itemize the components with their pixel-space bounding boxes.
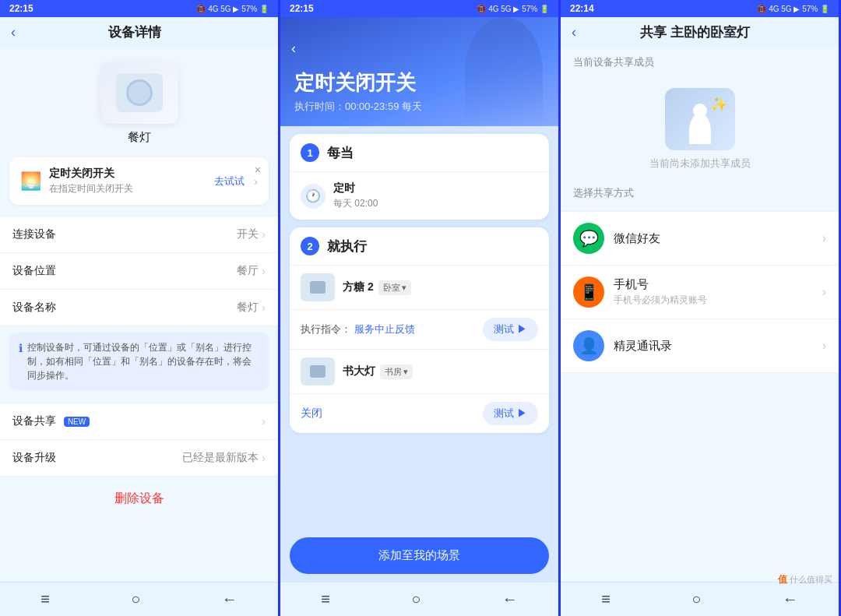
device2-cmd-value: 关闭 <box>301 407 322 421</box>
device-location-row[interactable]: 设备位置 餐厅 › <box>0 253 278 290</box>
home-button-1[interactable]: ○ <box>131 590 140 608</box>
device-settings-list: 连接设备 开关 › 设备位置 餐厅 › 设备名称 餐灯 › <box>0 216 278 326</box>
trigger-item[interactable]: 🕐 定时 每天 02:00 <box>290 171 549 220</box>
chevron-down-icon: ▾ <box>403 367 408 377</box>
bottom-bar-3: ≡ ○ ← <box>561 582 839 616</box>
step2-number: 2 <box>301 237 319 255</box>
contact-icon: 👤 <box>573 330 604 361</box>
status-bar-1: 22:15 📵 4G 5G ▶ 57% 🔋 <box>0 0 278 17</box>
contact-method-name: 精灵通讯录 <box>614 339 813 354</box>
menu-button-1[interactable]: ≡ <box>40 590 50 608</box>
delete-device-button[interactable]: 删除设备 <box>0 477 278 521</box>
nav-title-1: 设备详情 <box>23 23 245 41</box>
nav-bar-3: ‹ 共享 主卧的卧室灯 <box>561 17 839 48</box>
device-upgrade-label: 设备升级 <box>12 451 56 465</box>
step2-label: 就执行 <box>327 238 367 255</box>
device1-item[interactable]: 方糖 2 卧室 ▾ <box>290 265 549 309</box>
chevron-right-icon: › <box>822 231 826 245</box>
panel-share: 22:14 📵 4G 5G ▶ 57% 🔋 ‹ 共享 主卧的卧室灯 当前设备共享… <box>561 0 841 616</box>
menu-button-3[interactable]: ≡ <box>601 590 611 608</box>
device2-item[interactable]: 书大灯 书房 ▾ <box>290 349 549 393</box>
share-upgrade-section: 设备共享 NEW › 设备升级 已经是最新版本 › <box>0 403 278 477</box>
back-button-1[interactable]: ‹ <box>11 24 16 40</box>
connect-device-value: 开关 › <box>237 227 266 241</box>
illustration-box: ✨ <box>665 88 735 150</box>
trigger-sub: 每天 02:00 <box>333 197 538 210</box>
back-nav-button-3[interactable]: ← <box>783 590 798 608</box>
status-icons-1: 📵 4G 5G ▶ 57% 🔋 <box>196 5 269 13</box>
status-icons-3: 📵 4G 5G ▶ 57% 🔋 <box>757 5 829 13</box>
device-name-row-value: 餐灯 › <box>237 301 266 315</box>
device-name-row-label: 设备名称 <box>12 301 56 315</box>
device-share-label: 设备共享 NEW <box>12 414 90 428</box>
try-button[interactable]: 去试试 <box>214 174 245 188</box>
panel-automation: 22:15 📵 4G 5G ▶ 57% 🔋 ‹ 定时关闭开关 执行时间：00:0… <box>280 0 561 616</box>
hero-subtitle: 执行时间：00:00-23:59 每天 <box>294 100 422 114</box>
device2-test-button[interactable]: 测试 ▶ <box>483 402 538 425</box>
info-text: 控制设备时，可通过设备的「位置」或「别名」进行控制，如有相同「位置」和「别名」的… <box>27 340 259 382</box>
chevron-right-icon: › <box>262 415 266 428</box>
device2-room-tag[interactable]: 书房 ▾ <box>380 364 413 379</box>
device1-cmd-label: 执行指令： 服务中止反馈 <box>301 322 415 336</box>
add-scene-button[interactable]: 添加至我的场景 <box>290 537 549 574</box>
illustration-character <box>689 113 711 144</box>
members-section-label: 当前设备共享成员 <box>561 48 839 74</box>
chevron-right-icon: › <box>262 228 266 241</box>
back-button-3[interactable]: ‹ <box>572 24 576 40</box>
device-upgrade-value: 已经是最新版本 › <box>182 451 266 465</box>
device2-name: 书大灯 <box>343 364 375 378</box>
watermark-logo: 值 <box>778 573 787 586</box>
chevron-right-icon: › <box>262 452 266 464</box>
contact-share-method[interactable]: 👤 精灵通讯录 › <box>561 319 839 373</box>
device1-cmd-row: 执行指令： 服务中止反馈 测试 ▶ <box>290 309 549 349</box>
menu-button-2[interactable]: ≡ <box>321 590 330 608</box>
automation-subtitle: 在指定时间关闭开关 <box>49 182 206 195</box>
back-nav-button-1[interactable]: ← <box>222 590 238 608</box>
watermark: 值 什么值得买 <box>778 573 832 586</box>
automation-info: 定时关闭开关 在指定时间关闭开关 <box>49 167 206 195</box>
nav-bar-2: ‹ <box>280 34 558 63</box>
hero-text-block: 定时关闭开关 执行时间：00:00-23:59 每天 <box>294 69 422 114</box>
info-icon: ℹ <box>19 340 23 382</box>
device1-label-wrap: 方糖 2 卧室 ▾ <box>343 280 538 295</box>
hero-title: 定时关闭开关 <box>294 69 422 97</box>
automation-title: 定时关闭开关 <box>49 167 206 181</box>
step1-section: 1 每当 🕐 定时 每天 02:00 <box>290 134 549 220</box>
empty-members-illustration: ✨ 当前尚未添加共享成员 <box>561 74 839 178</box>
connect-device-row[interactable]: 连接设备 开关 › <box>0 216 278 253</box>
device-image-box <box>100 62 178 124</box>
bottom-bar-2: ≡ ○ ← <box>280 582 558 616</box>
hero-section: ‹ 定时关闭开关 执行时间：00:00-23:59 每天 <box>280 17 558 126</box>
new-badge: NEW <box>64 417 90 427</box>
close-banner-button[interactable]: × <box>255 164 261 176</box>
device-name-row[interactable]: 设备名称 餐灯 › <box>0 290 278 326</box>
automation-banner[interactable]: 🌅 定时关闭开关 在指定时间关闭开关 去试试 › × <box>9 157 269 205</box>
device1-name: 方糖 2 <box>343 280 374 294</box>
contact-method-info: 精灵通讯录 <box>614 339 813 354</box>
device2-thumbnail <box>301 357 335 385</box>
home-button-3[interactable]: ○ <box>691 590 701 608</box>
device1-cmd-value: 服务中止反馈 <box>354 323 415 335</box>
home-button-2[interactable]: ○ <box>411 590 420 608</box>
step2-section: 2 就执行 方糖 2 卧室 ▾ 执行指令： 服务中止反馈 <box>290 227 549 433</box>
share-methods-list: 💬 微信好友 › 📱 手机号 手机号必须为精灵账号 › 👤 精灵通讯录 › <box>561 211 839 373</box>
device1-room-tag[interactable]: 卧室 ▾ <box>378 280 411 295</box>
nav-title-3: 共享 主卧的卧室灯 <box>584 23 806 41</box>
chevron-right-icon: › <box>254 175 258 188</box>
empty-caption: 当前尚未添加共享成员 <box>649 157 751 171</box>
device-share-value: › <box>262 415 266 428</box>
wechat-icon: 💬 <box>573 223 604 254</box>
automation-content: 1 每当 🕐 定时 每天 02:00 2 就执行 方糖 2 <box>280 126 558 531</box>
back-button-2[interactable]: ‹ <box>291 40 296 57</box>
clock-icon: 🕐 <box>301 184 325 209</box>
phone-share-method[interactable]: 📱 手机号 手机号必须为精灵账号 › <box>561 266 839 319</box>
back-nav-button-2[interactable]: ← <box>502 590 518 608</box>
wechat-share-method[interactable]: 💬 微信好友 › <box>561 211 839 266</box>
device-upgrade-row[interactable]: 设备升级 已经是最新版本 › <box>0 440 278 477</box>
info-box: ℹ 控制设备时，可通过设备的「位置」或「别名」进行控制，如有相同「位置」和「别名… <box>9 333 269 390</box>
device-share-row[interactable]: 设备共享 NEW › <box>0 403 278 440</box>
panel-device-detail: 22:15 📵 4G 5G ▶ 57% 🔋 ‹ 设备详情 餐灯 🌅 定时关闭开关… <box>0 0 280 616</box>
status-bar-3: 22:14 📵 4G 5G ▶ 57% 🔋 <box>561 0 839 17</box>
connect-device-label: 连接设备 <box>12 227 56 241</box>
device1-test-button[interactable]: 测试 ▶ <box>483 318 538 341</box>
